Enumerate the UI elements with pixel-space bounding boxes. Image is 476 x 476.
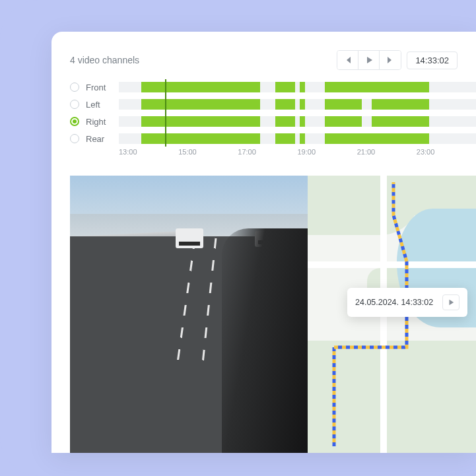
axis-tick: 13:00 xyxy=(119,148,137,156)
channel-timeline[interactable] xyxy=(119,116,476,127)
channel-label: Front xyxy=(86,83,119,92)
channel-label: Rear xyxy=(86,134,119,144)
axis-tick: 19:00 xyxy=(298,148,316,156)
channel-label: Right xyxy=(86,117,119,127)
channel-row: Left xyxy=(70,96,476,112)
playback-controls: 14:33:02 xyxy=(337,50,458,70)
channel-timeline[interactable] xyxy=(119,133,476,144)
video-telemetry-panel: 4 video channels 14:33:02 FrontLeftRight… xyxy=(51,32,476,453)
media-row: 24.05.2024. 14:33:02 xyxy=(70,176,476,453)
current-time[interactable]: 14:33:02 xyxy=(407,51,458,69)
panel-title: 4 video channels xyxy=(70,55,139,65)
timeline-axis: 13:0015:0017:0019:0021:0023:0001:00 xyxy=(119,148,476,160)
channel-row: Rear xyxy=(70,131,476,147)
axis-tick: 23:00 xyxy=(417,148,435,156)
skip-back-icon xyxy=(344,56,352,64)
channel-row: Right xyxy=(70,114,476,129)
channel-radio[interactable] xyxy=(70,134,79,143)
play-button[interactable] xyxy=(358,51,380,69)
map-frame[interactable]: 24.05.2024. 14:33:02 xyxy=(308,176,476,453)
vehicle-icon xyxy=(176,228,203,248)
popup-timestamp: 24.05.2024. 14:33:02 xyxy=(355,298,433,307)
prev-button[interactable] xyxy=(337,51,358,69)
channel-timeline[interactable] xyxy=(119,99,476,110)
popup-play-button[interactable] xyxy=(442,294,459,310)
axis-tick: 21:00 xyxy=(357,148,376,156)
map-popup: 24.05.2024. 14:33:02 xyxy=(347,288,467,317)
axis-tick: 17:00 xyxy=(238,148,256,156)
channel-radio[interactable] xyxy=(70,100,79,109)
header-row: 4 video channels 14:33:02 xyxy=(70,50,476,70)
channel-list: FrontLeftRightRear xyxy=(70,79,476,147)
axis-tick: 15:00 xyxy=(178,148,197,156)
playhead[interactable] xyxy=(165,79,166,147)
channel-radio[interactable] xyxy=(70,117,79,126)
play-icon xyxy=(448,299,454,306)
channel-row: Front xyxy=(70,79,476,95)
next-button[interactable] xyxy=(380,51,401,69)
skip-forward-icon xyxy=(386,56,394,64)
channel-radio[interactable] xyxy=(70,83,79,92)
channel-timeline[interactable] xyxy=(119,82,476,92)
video-frame[interactable] xyxy=(70,176,308,453)
play-icon xyxy=(365,56,373,64)
channel-label: Left xyxy=(86,100,119,110)
